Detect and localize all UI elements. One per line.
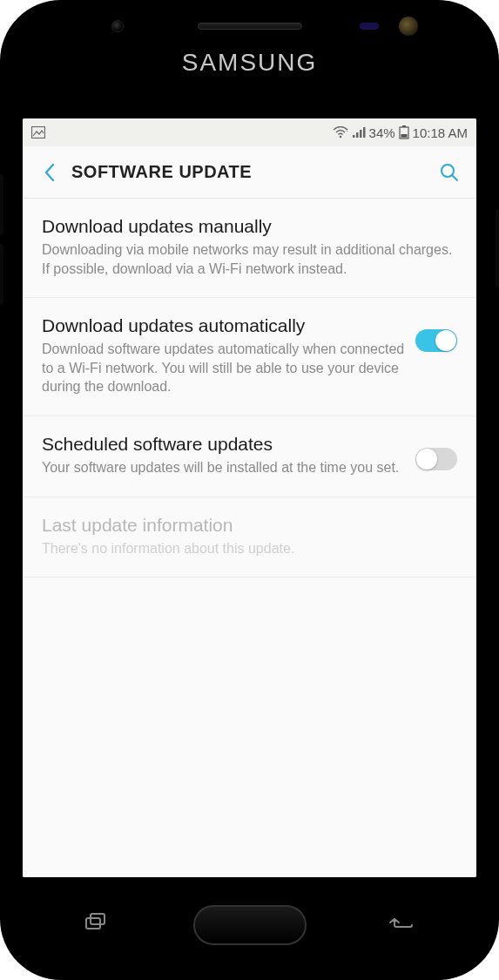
svg-text:↕: ↕	[346, 127, 348, 132]
screen: ↕ 34% 10:18 AM SOFTWARE UPDATE	[23, 118, 476, 877]
setting-title: Download updates manually	[42, 216, 457, 237]
setting-title: Last update information	[42, 515, 457, 536]
home-button[interactable]	[193, 905, 307, 945]
setting-desc: Download software updates automatically …	[42, 340, 405, 396]
svg-rect-4	[356, 132, 359, 138]
svg-rect-5	[360, 130, 362, 138]
bottom-bezel	[7, 877, 492, 973]
download-manually-item[interactable]: Download updates manually Downloading vi…	[23, 199, 476, 298]
svg-point-1	[339, 136, 341, 139]
signal-icon	[352, 126, 366, 139]
svg-line-11	[452, 175, 457, 180]
gallery-notification-icon	[31, 126, 45, 139]
battery-percent: 34%	[369, 125, 395, 140]
top-bezel: SAMSUNG	[7, 7, 492, 112]
earpiece-speaker	[198, 23, 302, 30]
phone-body: SAMSUNG ↕ 34%	[7, 7, 492, 973]
setting-title: Scheduled software updates	[42, 434, 405, 455]
svg-rect-3	[353, 135, 355, 138]
recent-apps-button[interactable]	[85, 913, 108, 937]
brand-logo: SAMSUNG	[182, 49, 318, 77]
download-automatically-item[interactable]: Download updates automatically Download …	[23, 298, 476, 416]
svg-rect-9	[401, 134, 407, 138]
scheduled-toggle[interactable]	[415, 448, 457, 470]
phone-frame: SAMSUNG ↕ 34%	[0, 0, 499, 980]
wifi-icon: ↕	[333, 126, 348, 139]
setting-title: Download updates automatically	[42, 315, 405, 336]
svg-rect-6	[363, 127, 366, 138]
last-update-info-item: Last update information There's no infor…	[23, 497, 476, 578]
proximity-sensor	[360, 23, 379, 30]
back-button[interactable]	[35, 158, 64, 187]
power-button[interactable]	[496, 209, 499, 287]
settings-list[interactable]: Download updates manually Downloading vi…	[23, 199, 476, 877]
app-bar: SOFTWARE UPDATE	[23, 146, 476, 199]
front-camera	[111, 20, 124, 32]
front-flash	[399, 17, 418, 36]
hardware-back-button[interactable]	[388, 914, 414, 936]
battery-icon	[399, 125, 409, 139]
volume-up-button[interactable]	[0, 174, 3, 235]
setting-desc: Downloading via mobile networks may resu…	[42, 240, 457, 278]
scheduled-updates-item[interactable]: Scheduled software updates Your software…	[23, 416, 476, 497]
status-time: 10:18 AM	[413, 125, 468, 140]
volume-down-button[interactable]	[0, 244, 3, 305]
search-button[interactable]	[435, 158, 464, 187]
page-title: SOFTWARE UPDATE	[71, 162, 252, 182]
auto-download-toggle[interactable]	[415, 329, 457, 352]
setting-desc: There's no information about this update…	[42, 539, 457, 558]
status-bar: ↕ 34% 10:18 AM	[23, 118, 476, 146]
setting-desc: Your software updates will be installed …	[42, 458, 405, 477]
